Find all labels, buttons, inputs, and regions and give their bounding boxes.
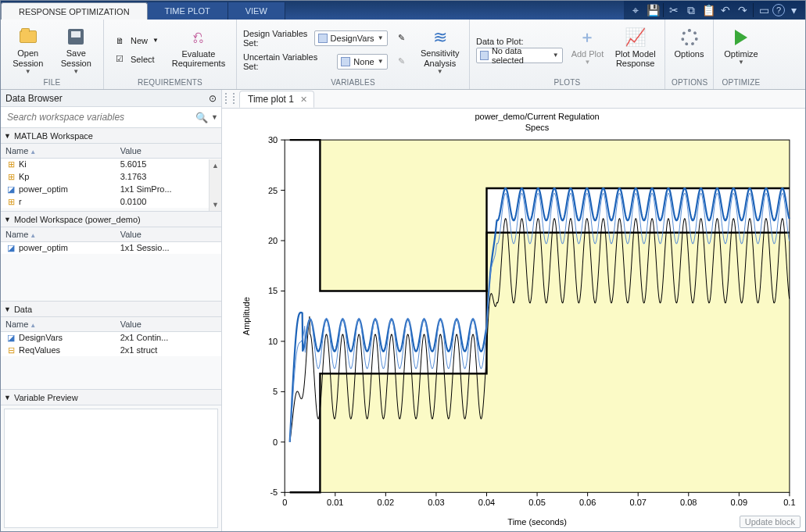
new-requirement-button[interactable]: 🗎 New ▼ (110, 32, 162, 49)
plot-canvas[interactable]: 00.010.020.030.040.050.060.070.080.090.1… (222, 109, 805, 531)
paramset-icon (341, 57, 350, 66)
new-icon: 🗎 (113, 34, 126, 47)
tab-label: RESPONSE OPTIMIZATION (19, 7, 130, 16)
tab-time-plot[interactable]: TIME PLOT (148, 2, 228, 20)
copy-icon[interactable]: ⧉ (682, 2, 700, 19)
toolstrip: Open Session ▼ Save Session ▼ FILE 🗎 New… (1, 20, 805, 90)
svg-text:0.04: 0.04 (478, 498, 495, 507)
data-to-plot-combo[interactable]: No data selected ▼ (476, 48, 563, 63)
section-variable-preview: ▼ Variable Preview (1, 389, 221, 531)
col-name[interactable]: Name▲ (1, 144, 116, 158)
data-icon (480, 51, 489, 60)
layout-icon[interactable]: ▭ (755, 2, 772, 19)
svg-text:0: 0 (282, 498, 287, 507)
document-tabs: Time plot 1 ✕ (222, 90, 805, 109)
search-icon[interactable]: 🔍 (192, 112, 211, 123)
collapse-panel-icon[interactable]: ⊙ (209, 93, 217, 104)
section-title: Data (14, 305, 32, 314)
tab-label: TIME PLOT (165, 6, 210, 16)
dock-handle-icon[interactable] (225, 93, 235, 104)
table-row[interactable]: ◪power_optim1x1 Sessio... (1, 241, 221, 254)
floppy-icon (65, 27, 87, 48)
pencil-icon: ✎ (396, 32, 408, 45)
select-requirement-button[interactable]: ☑ Select (110, 51, 162, 68)
design-vars-combo[interactable]: DesignVars ▼ (314, 30, 388, 46)
tab-view[interactable]: VIEW (228, 2, 285, 20)
sensitivity-analysis-button[interactable]: ≋ Sensitivity Analysis ▼ (417, 24, 463, 76)
edit-design-vars-button[interactable]: ✎ (392, 30, 411, 47)
svg-text:15: 15 (268, 286, 278, 295)
save-session-button[interactable]: Save Session ▼ (56, 24, 98, 76)
plot-svg: 00.010.020.030.040.050.060.070.080.090.1… (222, 109, 805, 531)
col-value[interactable]: Value (116, 317, 221, 331)
search-options-icon[interactable]: ▼ (211, 113, 218, 121)
col-name[interactable]: Name▲ (1, 227, 116, 241)
section-matlab-workspace: ▼ MATLAB Workspace Name▲ Value ⊞Ki5.6015… (1, 128, 221, 211)
col-value[interactable]: Value (116, 144, 221, 158)
table-row[interactable]: ⊞Kp3.1763 (1, 170, 221, 183)
uncertain-vars-combo[interactable]: None ▼ (337, 54, 387, 70)
data-to-plot-label: Data to Plot: (476, 37, 524, 46)
table-row[interactable]: ◪DesignVars2x1 Contin... (1, 331, 221, 344)
select-icon: ☑ (113, 53, 126, 66)
toolstrip-group-variables: Design Variables Set: DesignVars ▼ ✎ Unc… (237, 20, 470, 89)
tab-label: Time plot 1 (248, 94, 294, 105)
table-row[interactable]: ⊟ReqValues2x1 struct (1, 344, 221, 356)
label: Add Plot (571, 49, 604, 59)
svg-text:0.08: 0.08 (680, 498, 697, 507)
optimize-button[interactable]: Optimize ▼ (720, 24, 762, 76)
label: New (131, 36, 148, 45)
shortcut-icon[interactable]: ⌖ (627, 2, 644, 19)
options-button[interactable]: Options (672, 24, 707, 76)
scroll-down-icon[interactable]: ▼ (212, 198, 219, 211)
open-session-button[interactable]: Open Session ▼ (7, 24, 49, 76)
section-header[interactable]: ▼ Data (1, 302, 221, 317)
evaluate-requirements-button[interactable]: ⎌ Evaluate Requirements (168, 24, 229, 76)
svg-text:10: 10 (268, 337, 278, 346)
svg-text:0.03: 0.03 (428, 498, 444, 507)
close-icon[interactable]: ✕ (300, 95, 307, 105)
search-input[interactable] (4, 110, 192, 124)
col-name[interactable]: Name▲ (1, 317, 116, 331)
twisty-icon: ▼ (4, 132, 11, 140)
title-tabstrip: RESPONSE OPTIMIZATION TIME PLOT VIEW ⌖ 💾… (1, 1, 805, 20)
minimize-ribbon-icon[interactable]: ▾ (785, 2, 802, 19)
tab-response-optimization[interactable]: RESPONSE OPTIMIZATION (1, 2, 148, 20)
save-icon[interactable]: 💾 (644, 2, 661, 19)
document-area: Time plot 1 ✕ 00.010.020.030.040.050.060… (222, 90, 805, 531)
col-value[interactable]: Value (116, 227, 221, 241)
design-vars-label: Design Variables Set: (243, 29, 310, 48)
panel-title: Data Browser (5, 93, 63, 104)
section-header[interactable]: ▼ MATLAB Workspace (1, 128, 221, 144)
group-label: VARIABLES (243, 77, 463, 89)
label: Evaluate Requirements (172, 49, 225, 69)
folder-open-icon (17, 27, 39, 48)
var-icon: ⊞ (5, 197, 16, 207)
table-row[interactable]: ◪power_optim1x1 SimPro... (1, 183, 221, 195)
undo-icon[interactable]: ↶ (717, 2, 734, 19)
play-icon (730, 27, 752, 48)
help-icon[interactable]: ? (772, 4, 785, 16)
toolstrip-group-requirements: 🗎 New ▼ ☑ Select ⎌ Evaluate Requirements… (104, 20, 237, 89)
svg-text:Specs: Specs (525, 123, 550, 132)
section-header[interactable]: ▼ Variable Preview (1, 390, 221, 405)
redo-icon[interactable]: ↷ (734, 2, 751, 19)
svg-text:0: 0 (273, 437, 278, 447)
plot-model-response-button[interactable]: 📈 Plot Model Response (612, 24, 658, 76)
scroll-up-icon[interactable]: ▲ (212, 159, 219, 172)
label: Optimize (724, 49, 758, 59)
data-browser-panel: Data Browser ⊙ 🔍 ▼ ▼ MATLAB Workspace Na… (1, 90, 222, 531)
table-row[interactable]: ⊞Ki5.6015 (1, 158, 221, 170)
section-model-workspace: ▼ Model Workspace (power_demo) Name▲ Val… (1, 211, 221, 301)
table-row[interactable]: ⊞r0.0100 (1, 195, 221, 208)
obj-icon: ◪ (5, 243, 16, 253)
cut-icon[interactable]: ✂ (665, 2, 682, 19)
svg-text:0.1: 0.1 (783, 498, 795, 507)
update-block-button[interactable]: Update block (740, 516, 801, 528)
pencil-icon: ✎ (396, 55, 408, 68)
paste-icon[interactable]: 📋 (700, 2, 717, 19)
scrollbar[interactable]: ▲ ▼ (209, 159, 221, 211)
var-icon: ⊞ (5, 172, 16, 182)
section-header[interactable]: ▼ Model Workspace (power_demo) (1, 212, 221, 227)
doc-tab-time-plot-1[interactable]: Time plot 1 ✕ (239, 91, 314, 108)
